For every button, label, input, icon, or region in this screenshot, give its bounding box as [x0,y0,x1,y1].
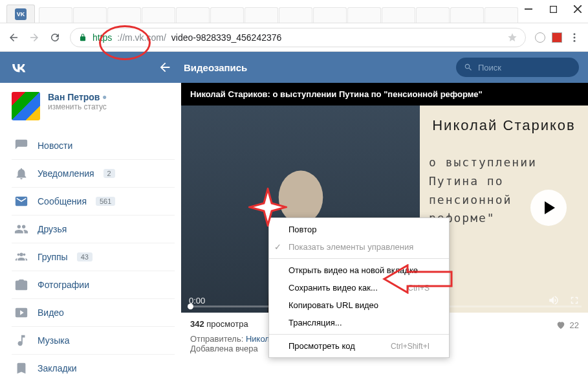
url-host: ://m.vk.com/ [117,32,166,43]
context-menu: Повтор ✓Показать элементы управления Отк… [268,217,450,358]
sidebar-item-notifications[interactable]: Уведомления 2 [12,160,175,188]
close-button[interactable] [572,4,583,14]
extension-icons [535,32,580,43]
minimize-button[interactable] [523,4,534,14]
search-input[interactable]: Поиск [456,58,579,77]
svg-point-4 [574,33,576,35]
page-title: Видеозапись [184,62,456,73]
cm-item-loop[interactable]: Повтор [269,221,449,238]
sidebar-item-groups[interactable]: Группы 43 [12,243,175,271]
cm-separator [269,258,449,259]
vk-header: Видеозапись Поиск [0,52,588,83]
back-icon[interactable] [8,32,19,43]
video-caption: Николай Стариков: о выступлении Путина п… [181,83,588,106]
back-arrow-icon[interactable] [158,60,172,74]
sidebar-item-bookmarks[interactable]: Закладки [12,355,175,378]
cm-separator [269,334,449,335]
music-icon [14,333,28,348]
like-count[interactable]: 22 [556,320,579,330]
vk-logo-icon[interactable] [9,58,28,77]
volume-icon[interactable] [548,295,560,306]
url-input[interactable]: https://m.vk.com/video-9828339_456242376 [70,28,526,47]
url-path: video-9828339_456242376 [171,32,282,43]
extension-icon[interactable] [552,32,562,43]
bookmark-icon [14,361,28,375]
sidebar-item-label: Закладки [38,363,77,373]
fullscreen-icon[interactable] [569,295,580,306]
vk-favicon: VK [15,8,27,20]
badge: 43 [77,252,93,261]
sidebar-item-news[interactable]: Новости [12,132,175,160]
play-button[interactable] [530,190,567,226]
sidebar-item-label: Друзья [38,224,67,234]
maximize-button[interactable] [548,4,558,14]
cm-item-open-new-tab[interactable]: Открыть видео на новой вкладке [269,261,449,279]
cm-item-show-controls[interactable]: ✓Показать элементы управления [269,238,449,256]
sidebar-item-label: Группы [38,252,68,262]
search-placeholder: Поиск [478,63,501,72]
address-bar: https://m.vk.com/video-9828339_456242376 [0,23,588,52]
friends-icon [14,222,28,236]
sidebar-item-label: Видео [38,307,64,318]
search-icon [464,63,473,72]
bell-icon [14,166,28,181]
sidebar-item-music[interactable]: Музыка [12,327,175,355]
play-icon [545,201,555,214]
cm-item-cast[interactable]: Трансляция... [269,314,449,331]
sidebar-item-label: Уведомления [38,168,94,179]
browser-titlebar: VK [0,0,588,23]
video-icon [14,306,28,320]
lock-icon [78,33,87,42]
badge: 561 [96,197,115,206]
url-protocol: https [93,32,112,43]
svg-point-5 [574,36,576,38]
heart-icon [556,320,566,330]
sidebar-item-label: Фотографии [38,280,89,290]
progress-knob[interactable] [188,304,193,309]
cm-item-copy-url[interactable]: Копировать URL видео [269,296,449,314]
extension-icon[interactable] [535,32,545,43]
sidebar-item-label: Сообщения [38,196,87,206]
profile-status[interactable]: изменить статус [48,102,107,111]
active-tab[interactable]: VK [6,5,35,23]
badge: 2 [103,169,115,178]
cm-item-save-video-as[interactable]: Сохранить видео как...Ctrl+S [269,279,449,296]
forward-icon[interactable] [28,32,40,43]
ghost-tabs [39,7,519,23]
reload-icon[interactable] [49,32,61,43]
sidebar: Ван Петров• изменить статус Новости Увед… [0,83,181,378]
news-icon [14,139,28,153]
cm-item-inspect[interactable]: Просмотреть кодCtrl+Shift+I [269,337,449,355]
messages-icon [14,194,28,208]
svg-point-6 [574,39,576,41]
profile-block[interactable]: Ван Петров• изменить статус [12,92,175,120]
sender-label: Отправитель: [190,334,246,344]
menu-icon[interactable] [569,32,580,43]
bookmark-star-icon[interactable] [507,32,517,43]
profile-name: Ван Петров• [48,92,107,102]
avatar [12,92,40,120]
sidebar-item-messages[interactable]: Сообщения 561 [12,188,175,216]
sidebar-item-video[interactable]: Видео [12,299,175,327]
svg-point-7 [278,171,323,224]
svg-rect-1 [550,6,556,12]
sidebar-item-friends[interactable]: Друзья [12,216,175,243]
groups-icon [14,250,28,264]
sidebar-item-label: Музыка [38,335,70,346]
camera-icon [14,278,28,292]
sidebar-item-label: Новости [38,140,72,151]
sidebar-item-photos[interactable]: Фотографии [12,271,175,299]
